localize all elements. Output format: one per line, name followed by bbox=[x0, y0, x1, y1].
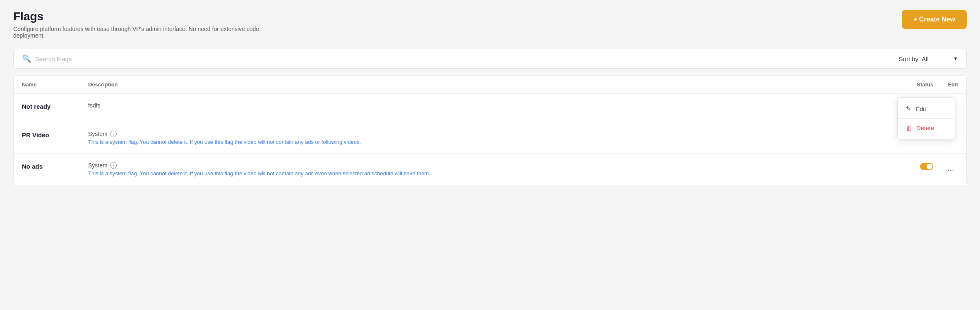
search-input[interactable] bbox=[35, 55, 899, 62]
row-edit-no-ads: … bbox=[933, 162, 958, 174]
header-text-group: Flags Configure platform features with e… bbox=[13, 10, 262, 39]
table-row: PR Video System i This is a system flag.… bbox=[14, 122, 966, 154]
table-header-row: Name Description Status Edit bbox=[14, 76, 966, 94]
row-name-not-ready: Not ready bbox=[22, 102, 88, 110]
row-desc-title-no-ads: System i bbox=[88, 162, 884, 169]
dropdown-delete-item[interactable]: 🗑 Delete bbox=[898, 120, 955, 136]
page-container: Flags Configure platform features with e… bbox=[0, 0, 980, 310]
row-desc-title-not-ready: fsdfs bbox=[88, 102, 884, 109]
row-desc-title-pr-video: System i bbox=[88, 131, 884, 137]
dropdown-edit-item[interactable]: ✎ Edit bbox=[898, 101, 955, 117]
search-icon: 🔍 bbox=[22, 54, 31, 63]
dropdown-divider bbox=[898, 118, 955, 119]
chevron-down-icon: ▼ bbox=[953, 56, 958, 62]
table-row: No ads System i This is a system flag. Y… bbox=[14, 154, 966, 185]
col-header-status: Status bbox=[884, 81, 933, 88]
create-new-button[interactable]: + Create New bbox=[902, 10, 967, 29]
dropdown-edit-label: Edit bbox=[915, 105, 926, 112]
dropdown-popup: ✎ Edit 🗑 Delete bbox=[897, 97, 955, 139]
sort-by-select[interactable]: All Active Inactive bbox=[922, 55, 950, 62]
row-desc-no-ads: System i This is a system flag. You cann… bbox=[88, 162, 884, 176]
row-desc-text-pr-video: This is a system flag. You cannot delete… bbox=[88, 139, 884, 145]
col-header-description: Description bbox=[88, 81, 884, 88]
dropdown-delete-label: Delete bbox=[916, 124, 934, 131]
row-name-no-ads: No ads bbox=[22, 162, 88, 170]
status-toggle-no-ads[interactable] bbox=[920, 163, 933, 170]
info-icon-no-ads[interactable]: i bbox=[110, 162, 117, 169]
row-desc-text-no-ads: This is a system flag. You cannot delete… bbox=[88, 170, 884, 176]
row-status-no-ads[interactable] bbox=[884, 162, 933, 170]
search-bar: 🔍 Sort by All Active Inactive ▼ bbox=[13, 49, 967, 69]
page-subtitle: Configure platform features with ease th… bbox=[13, 26, 262, 39]
page-header: Flags Configure platform features with e… bbox=[13, 10, 967, 39]
page-title: Flags bbox=[13, 10, 262, 23]
trash-icon: 🗑 bbox=[906, 124, 912, 131]
col-header-edit: Edit bbox=[933, 81, 958, 88]
row-name-pr-video: PR Video bbox=[22, 131, 88, 138]
col-header-name: Name bbox=[22, 81, 88, 88]
flags-table: Name Description Status Edit Not ready f… bbox=[13, 75, 967, 185]
sort-by-label: Sort by bbox=[899, 55, 919, 62]
info-icon-pr-video[interactable]: i bbox=[110, 131, 117, 137]
more-options-button-no-ads[interactable]: … bbox=[944, 163, 958, 174]
sort-by-wrap: Sort by All Active Inactive ▼ bbox=[899, 55, 958, 62]
table-row: Not ready fsdfs … bbox=[14, 94, 966, 122]
row-desc-pr-video: System i This is a system flag. You cann… bbox=[88, 131, 884, 145]
edit-icon: ✎ bbox=[906, 105, 911, 112]
row-desc-not-ready: fsdfs bbox=[88, 102, 884, 110]
